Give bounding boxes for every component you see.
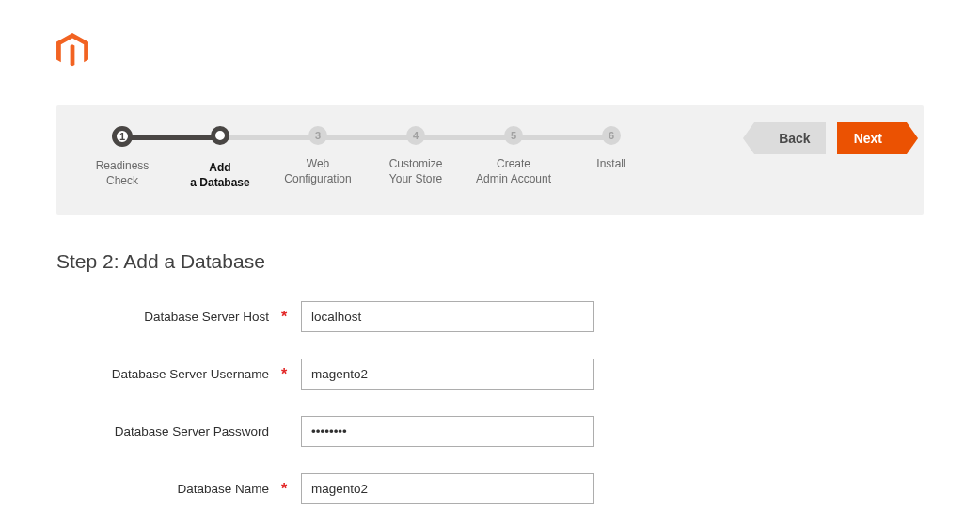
step-label: Install <box>562 156 660 171</box>
field-db-host: Database Server Host * <box>56 301 924 332</box>
step-label: Readiness Check <box>73 158 171 188</box>
back-button[interactable]: Back <box>754 122 825 154</box>
wizard-progress-bar: 1 Readiness Check Add a Database 3 Web C… <box>56 105 924 215</box>
step-connector <box>122 135 220 140</box>
db-password-input[interactable] <box>301 416 594 447</box>
step-number: 6 <box>602 126 621 145</box>
field-db-password: Database Server Password <box>56 416 924 447</box>
step-connector <box>318 135 416 140</box>
step-label: Web Configuration <box>269 156 367 186</box>
step-label: Add a Database <box>171 160 269 190</box>
required-asterisk: * <box>277 481 292 498</box>
field-db-name: Database Name * <box>56 473 924 504</box>
step-number: 1 <box>112 126 133 147</box>
wizard-nav-buttons: Back Next <box>754 122 907 154</box>
database-form: Database Server Host * Database Server U… <box>56 301 924 526</box>
db-host-label: Database Server Host <box>56 310 277 324</box>
required-asterisk: * <box>277 366 292 383</box>
page-title: Step 2: Add a Database <box>56 250 924 273</box>
step-connector <box>514 135 611 140</box>
db-password-label: Database Server Password <box>56 424 277 438</box>
db-username-label: Database Server Username <box>56 367 277 381</box>
db-name-label: Database Name <box>56 482 277 496</box>
required-asterisk: * <box>277 309 292 326</box>
db-name-input[interactable] <box>301 473 594 504</box>
step-number: 4 <box>406 126 425 145</box>
step-connector <box>416 135 514 140</box>
step-connector <box>220 135 318 140</box>
step-label: Customize Your Store <box>367 156 465 186</box>
step-number <box>211 126 229 145</box>
steps-container: 1 Readiness Check Add a Database 3 Web C… <box>73 126 660 190</box>
field-db-username: Database Server Username * <box>56 359 924 390</box>
magento-logo <box>56 33 924 72</box>
step-install: 6 Install <box>562 126 660 171</box>
step-number: 5 <box>504 126 523 145</box>
step-readiness-check: 1 Readiness Check <box>73 126 171 188</box>
db-host-input[interactable] <box>301 301 594 332</box>
next-button[interactable]: Next <box>837 122 907 154</box>
db-username-input[interactable] <box>301 359 594 390</box>
step-number: 3 <box>308 126 327 145</box>
step-label: Create Admin Account <box>465 156 562 186</box>
